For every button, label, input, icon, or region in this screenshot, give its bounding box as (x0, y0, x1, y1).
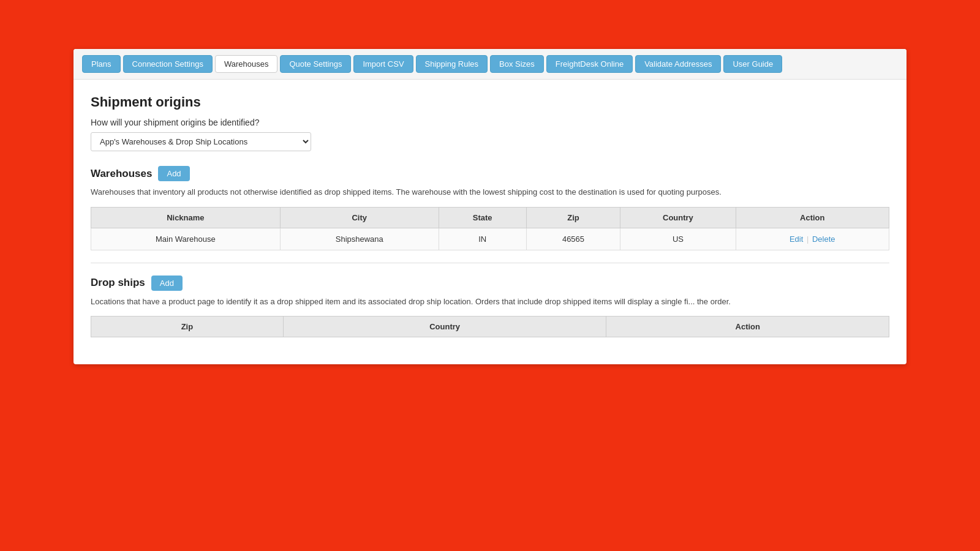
col-nickname: Nickname (91, 207, 281, 228)
warehouse-state: IN (439, 228, 526, 250)
tab-freightdesk-online[interactable]: FreightDesk Online (546, 55, 633, 73)
warehouse-zip: 46565 (526, 228, 620, 250)
warehouses-description: Warehouses that inventory all products n… (91, 186, 889, 198)
drop-col-country: Country (283, 317, 606, 337)
tab-import-csv[interactable]: Import CSV (353, 55, 413, 73)
drop-col-action: Action (606, 317, 889, 337)
tab-user-guide[interactable]: User Guide (723, 55, 782, 73)
col-action: Action (736, 207, 889, 228)
main-card: Plans Connection Settings Warehouses Quo… (74, 49, 907, 364)
warehouse-delete-link[interactable]: Delete (812, 234, 835, 244)
warehouses-table: Nickname City State Zip Country Action M… (91, 207, 889, 250)
warehouse-country: US (620, 228, 736, 250)
drop-ships-title: Drop ships (91, 277, 145, 289)
tab-box-sizes[interactable]: Box Sizes (490, 55, 544, 73)
shipment-origins-select[interactable]: App's Warehouses & Drop Ship Locations S… (91, 132, 311, 151)
shipment-origins-question: How will your shipment origins be identi… (91, 118, 889, 127)
warehouse-edit-link[interactable]: Edit (790, 234, 803, 244)
table-row: Main Warehouse Shipshewana IN 46565 US E… (91, 228, 889, 250)
tab-validate-addresses[interactable]: Validate Addresses (635, 55, 721, 73)
drop-ships-description: Locations that have a product page to id… (91, 296, 889, 308)
warehouses-header: Warehouses Add (91, 166, 889, 181)
tab-plans[interactable]: Plans (82, 55, 121, 73)
action-separator: | (807, 234, 811, 244)
col-zip: Zip (526, 207, 620, 228)
tab-quote-settings[interactable]: Quote Settings (280, 55, 351, 73)
drop-col-zip: Zip (91, 317, 284, 337)
tab-bar: Plans Connection Settings Warehouses Quo… (74, 49, 907, 80)
tab-warehouses[interactable]: Warehouses (215, 55, 278, 73)
col-country: Country (620, 207, 736, 228)
drop-ships-add-button[interactable]: Add (151, 276, 183, 291)
warehouses-title: Warehouses (91, 168, 152, 180)
tab-shipping-rules[interactable]: Shipping Rules (416, 55, 488, 73)
warehouse-city: Shipshewana (280, 228, 439, 250)
drop-ships-section: Drop ships Add Locations that have a pro… (91, 276, 889, 338)
tab-connection-settings[interactable]: Connection Settings (123, 55, 213, 73)
drop-ships-header: Drop ships Add (91, 276, 889, 291)
col-state: State (439, 207, 526, 228)
drop-ships-table: Zip Country Action (91, 316, 889, 337)
warehouses-add-button[interactable]: Add (158, 166, 189, 181)
content-area: Shipment origins How will your shipment … (74, 80, 907, 364)
warehouse-nickname: Main Warehouse (91, 228, 281, 250)
col-city: City (280, 207, 439, 228)
shipment-origins-title: Shipment origins (91, 94, 889, 110)
warehouse-action: Edit | Delete (736, 228, 889, 250)
section-divider (91, 263, 889, 263)
shipment-origins-dropdown-wrap: App's Warehouses & Drop Ship Locations S… (91, 132, 889, 151)
